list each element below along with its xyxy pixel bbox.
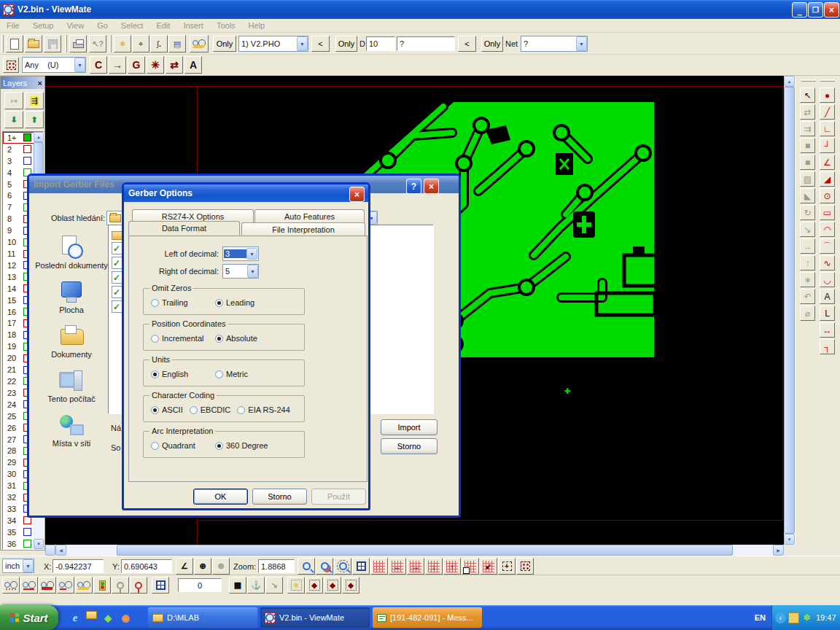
- radio-metric[interactable]: Metric: [215, 370, 279, 378]
- left-of-decimal-combo[interactable]: 3 ▼: [222, 246, 259, 261]
- zoom-tool-button[interactable]: [298, 558, 315, 575]
- menu-go[interactable]: Go: [90, 19, 114, 32]
- layers-panel-titlebar[interactable]: Layers ×: [1, 77, 44, 89]
- horizontal-scrollbar[interactable]: ◀ ▶: [45, 545, 784, 556]
- new-button[interactable]: [6, 35, 23, 52]
- layer-colors-button[interactable]: ▤: [168, 35, 186, 52]
- draw-polyline-button[interactable]: ∟: [820, 121, 835, 136]
- layers-close-icon[interactable]: ×: [38, 79, 42, 88]
- tab-file-interpretation[interactable]: File Interpretation: [241, 222, 365, 236]
- only-net-button[interactable]: Only: [481, 36, 503, 52]
- dcode-filter-field[interactable]: ?: [397, 36, 455, 51]
- draw-bend-button[interactable]: ┐: [820, 339, 835, 354]
- origin-button[interactable]: ⊕: [194, 558, 211, 575]
- layer-up-button[interactable]: ⬆: [25, 111, 44, 128]
- radio-ascii[interactable]: ASCII: [151, 405, 183, 414]
- measure-button[interactable]: ⌖: [132, 35, 149, 52]
- menu-view[interactable]: View: [60, 19, 90, 32]
- view-window-button[interactable]: [352, 558, 370, 575]
- layers-scroll-down[interactable]: ▼: [34, 539, 44, 549]
- view-all-button[interactable]: [2, 577, 20, 594]
- view-ruler-button[interactable]: [190, 35, 209, 52]
- pad-select-button[interactable]: [306, 577, 323, 594]
- zoom-grid-button[interactable]: [316, 558, 333, 575]
- radio-english[interactable]: English: [151, 370, 215, 378]
- place-recent-documents[interactable]: Poslední dokumenty: [35, 236, 108, 270]
- draw-arc2-button[interactable]: ⌒: [820, 238, 835, 254]
- tray-messenger-icon[interactable]: [788, 612, 799, 623]
- gerber-dialog-titlebar[interactable]: Gerber Options ×: [124, 184, 368, 202]
- scroll-left-button[interactable]: ◀: [55, 545, 66, 556]
- zoom-value-field[interactable]: 1.8868: [258, 559, 295, 573]
- step-repeat-button[interactable]: ↑: [800, 255, 815, 271]
- draw-arc-button[interactable]: ◠: [820, 222, 835, 237]
- view-outline-button[interactable]: [75, 577, 93, 594]
- mirror-button[interactable]: ▧: [800, 171, 815, 187]
- ok-button[interactable]: OK: [193, 489, 248, 505]
- vertical-scrollbar[interactable]: ▲ ▼: [784, 76, 795, 545]
- draw-corner-button[interactable]: ┘: [820, 138, 835, 153]
- net-combo[interactable]: ?▼: [521, 36, 588, 52]
- toolbar-grip[interactable]: [65, 35, 67, 52]
- chevron-down-icon[interactable]: ▼: [74, 58, 85, 72]
- flash-select-button[interactable]: [287, 577, 305, 594]
- toolbar-grip[interactable]: [801, 79, 816, 82]
- quicklaunch-firefox[interactable]: [119, 611, 132, 624]
- query-trace-button[interactable]: ∫.: [150, 35, 168, 52]
- filled-rect-button[interactable]: ■: [800, 138, 815, 153]
- chevron-down-icon[interactable]: ▼: [23, 559, 34, 572]
- radio-ebcdic[interactable]: EBCDIC: [190, 405, 231, 414]
- restore-button[interactable]: ❐: [808, 2, 823, 18]
- tray-collapse-chevron[interactable]: ‹: [775, 612, 786, 623]
- move-to-button[interactable]: →: [800, 238, 815, 254]
- menu-setup[interactable]: Setup: [26, 19, 61, 32]
- pan-up-button[interactable]: ↑: [443, 558, 461, 575]
- pan-left-button[interactable]: ←: [389, 558, 406, 575]
- print-button[interactable]: [69, 35, 87, 52]
- gerber-tool-button[interactable]: G: [128, 56, 145, 74]
- layer-color-swatch[interactable]: [23, 516, 31, 524]
- angle-mode-button[interactable]: ∠: [176, 558, 193, 575]
- toolbar-grip[interactable]: [820, 79, 835, 82]
- pan-right-button[interactable]: →: [407, 558, 424, 575]
- tab-data-format[interactable]: Data Format: [128, 221, 240, 236]
- draw-curve-button[interactable]: ∿: [820, 255, 835, 271]
- context-help-button[interactable]: ↖?: [89, 35, 106, 52]
- tile-view-button[interactable]: [152, 577, 169, 594]
- scroll-corner-button[interactable]: [45, 545, 55, 556]
- dim-layers-button[interactable]: [112, 577, 129, 594]
- chevron-down-icon[interactable]: ▼: [297, 36, 308, 51]
- draw-rect-button[interactable]: ▭: [820, 205, 835, 220]
- tray-icq-icon[interactable]: ✽: [801, 612, 812, 623]
- layer-color-swatch[interactable]: [23, 133, 31, 141]
- text-tool-button[interactable]: A: [184, 56, 202, 74]
- undo-rotate-button[interactable]: ↶: [800, 289, 815, 304]
- zoom-extents-button[interactable]: ↙: [480, 558, 497, 575]
- quicklaunch-limewire[interactable]: [101, 611, 114, 624]
- draw-angle-button[interactable]: ∠: [820, 155, 835, 170]
- quicklaunch-folder[interactable]: [86, 611, 97, 619]
- item-select-button[interactable]: [342, 577, 359, 594]
- layer-jump-button[interactable]: ↦: [4, 92, 23, 109]
- prev-dcode-button[interactable]: <: [458, 36, 476, 52]
- prev-layer-button[interactable]: <: [311, 36, 330, 52]
- move-items-button[interactable]: ⇄: [800, 104, 815, 120]
- clock[interactable]: 19:47: [816, 613, 836, 622]
- highlight-button[interactable]: [93, 577, 111, 594]
- quicklaunch-ie[interactable]: [69, 611, 82, 624]
- close-button[interactable]: ×: [824, 2, 839, 18]
- draw-arc3-button[interactable]: ◡: [820, 272, 835, 287]
- layer-color-swatch[interactable]: [23, 540, 31, 548]
- right-of-decimal-combo[interactable]: 5 ▼: [222, 264, 259, 279]
- layer-down-button[interactable]: ⬇: [4, 111, 23, 128]
- layer-color-swatch[interactable]: [23, 528, 31, 536]
- trace-select-button[interactable]: [324, 577, 341, 594]
- minimize-button[interactable]: –: [792, 2, 807, 18]
- menu-help[interactable]: Help: [242, 19, 272, 32]
- outline-mode-button[interactable]: [130, 577, 147, 594]
- layers-scroll-up[interactable]: ▲: [34, 132, 44, 142]
- relative-origin-button[interactable]: ⊕: [212, 558, 230, 575]
- shear-button[interactable]: ◣: [800, 188, 815, 203]
- filled-rect-2-button[interactable]: ■: [800, 155, 815, 170]
- select-cursor-button[interactable]: ↖: [800, 88, 815, 103]
